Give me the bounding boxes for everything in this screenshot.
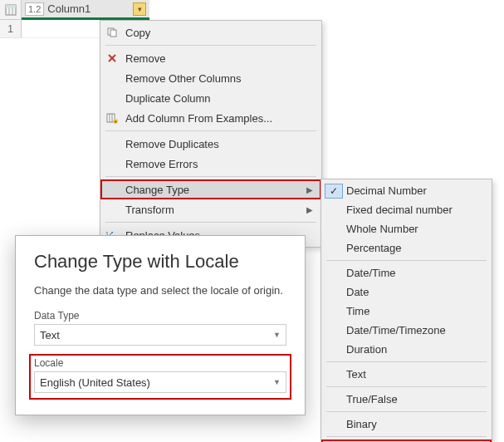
datatype-label: Data Type	[34, 310, 286, 322]
submenu-label: Date/Time	[346, 267, 485, 279]
svg-rect-5	[110, 30, 116, 37]
column-name: Column1	[47, 2, 130, 15]
submenu-label: True/False	[346, 393, 485, 405]
menu-label: Copy	[125, 27, 313, 39]
submenu-arrow-icon: ▶	[306, 205, 313, 214]
menu-label: Add Column From Examples...	[125, 112, 313, 125]
blank-icon	[104, 201, 120, 218]
chevron-down-icon: ▼	[273, 378, 281, 386]
copy-icon	[104, 24, 120, 41]
blank-icon	[325, 392, 343, 407]
blank-icon	[325, 417, 343, 432]
remove-icon	[104, 50, 120, 66]
add-column-icon: ★	[104, 110, 120, 126]
submenu-label: Decimal Number	[346, 184, 485, 197]
menu-add-column-from-examples[interactable]: ★ Add Column From Examples...	[100, 108, 321, 128]
submenu-whole-number[interactable]: Whole Number	[321, 219, 492, 238]
locale-group-highlight: Locale English (United States) ▼	[29, 354, 291, 400]
blank-icon	[104, 70, 120, 86]
menu-label: Transform	[125, 204, 301, 216]
change-type-submenu: ✓ Decimal Number Fixed decimal number Wh…	[321, 179, 492, 442]
blank-icon	[325, 304, 343, 319]
datatype-value: Text	[40, 329, 60, 341]
row-number[interactable]: 1	[0, 20, 22, 38]
submenu-decimal-number[interactable]: ✓ Decimal Number	[321, 181, 492, 200]
locale-combo[interactable]: English (United States) ▼	[34, 371, 286, 393]
submenu-arrow-icon: ▶	[306, 185, 313, 194]
blank-icon	[104, 90, 120, 106]
menu-change-type[interactable]: Change Type ▶	[100, 179, 321, 199]
column-header[interactable]: 1.2 Column1 ▾	[22, 0, 149, 20]
locale-label: Locale	[34, 357, 286, 369]
submenu-label: Duration	[346, 343, 485, 356]
submenu-label: Fixed decimal number	[346, 204, 485, 216]
grid-corner[interactable]	[0, 0, 22, 20]
dialog-title: Change Type with Locale	[34, 251, 286, 273]
blank-icon	[325, 241, 343, 256]
blank-icon	[325, 285, 343, 300]
blank-icon	[325, 367, 343, 382]
svg-rect-1	[6, 5, 16, 7]
change-type-locale-dialog: Change Type with Locale Change the data …	[15, 235, 306, 415]
menu-label: Remove Other Columns	[125, 72, 313, 85]
blank-icon	[325, 222, 343, 237]
menu-label: Remove Duplicates	[125, 138, 313, 150]
blank-icon	[325, 203, 343, 218]
submenu-true-false[interactable]: True/False	[321, 390, 492, 409]
submenu-percentage[interactable]: Percentage	[321, 238, 492, 258]
column-context-menu: Copy Remove Remove Other Columns Duplica…	[100, 20, 322, 248]
menu-remove-other-columns[interactable]: Remove Other Columns	[100, 68, 321, 88]
check-icon: ✓	[325, 184, 343, 199]
menu-transform[interactable]: Transform ▶	[100, 199, 321, 219]
blank-icon	[104, 155, 120, 172]
dialog-description: Change the data type and select the loca…	[34, 284, 286, 297]
locale-value: English (United States)	[40, 376, 150, 389]
submenu-datetime[interactable]: Date/Time	[321, 263, 492, 282]
menu-remove[interactable]: Remove	[100, 48, 321, 68]
submenu-label: Date	[346, 286, 485, 298]
chevron-down-icon: ▼	[273, 331, 281, 339]
menu-remove-duplicates[interactable]: Remove Duplicates	[100, 134, 321, 154]
blank-icon	[325, 323, 343, 338]
blank-icon	[104, 135, 120, 152]
blank-icon	[325, 342, 343, 357]
submenu-label: Whole Number	[346, 223, 485, 235]
blank-icon	[325, 266, 343, 281]
menu-duplicate-column[interactable]: Duplicate Column	[100, 88, 321, 108]
submenu-label: Percentage	[346, 242, 485, 254]
submenu-fixed-decimal[interactable]: Fixed decimal number	[321, 200, 492, 219]
submenu-binary[interactable]: Binary	[321, 415, 492, 434]
type-chip-icon: 1.2	[25, 2, 44, 16]
menu-remove-errors[interactable]: Remove Errors	[100, 154, 321, 174]
menu-label: Change Type	[125, 184, 301, 196]
blank-icon	[104, 181, 120, 198]
submenu-duration[interactable]: Duration	[321, 340, 492, 359]
menu-label: Duplicate Column	[125, 92, 313, 105]
submenu-label: Binary	[346, 418, 485, 430]
submenu-text[interactable]: Text	[321, 365, 492, 384]
submenu-label: Text	[346, 368, 485, 381]
submenu-time[interactable]: Time	[321, 302, 492, 321]
menu-label: Remove	[125, 52, 313, 65]
submenu-label: Date/Time/Timezone	[346, 324, 485, 336]
submenu-datetime-timezone[interactable]: Date/Time/Timezone	[321, 321, 492, 340]
submenu-date[interactable]: Date	[321, 282, 492, 302]
datatype-combo[interactable]: Text ▼	[34, 324, 286, 346]
column-filter-button[interactable]: ▾	[133, 2, 146, 16]
menu-copy[interactable]: Copy	[100, 22, 321, 42]
submenu-label: Time	[346, 305, 485, 317]
menu-label: Remove Errors	[125, 158, 313, 170]
